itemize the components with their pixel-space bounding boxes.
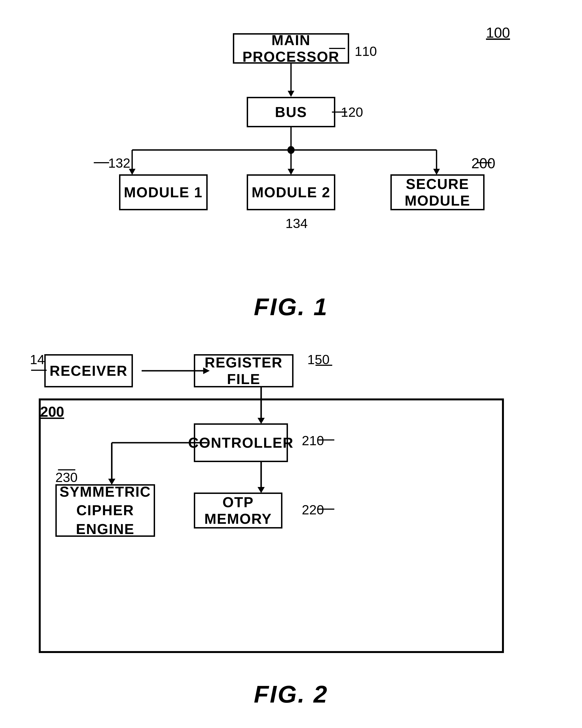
bus-box: BUS (247, 97, 335, 127)
ref-230: 230 (55, 470, 78, 485)
controller-box: CONTROLLER (194, 423, 288, 462)
ref-200-fig1: 200 (471, 155, 495, 172)
fig1-label: FIG. 1 (254, 293, 328, 321)
fig1-diagram: 100 MAIN PROCESSOR 110 BUS 120 MODULE 1 … (22, 17, 560, 321)
ref-110: 110 (355, 44, 377, 59)
svg-marker-8 (288, 169, 294, 175)
fig2-label: FIG. 2 (254, 680, 328, 708)
module1-box: MODULE 1 (119, 174, 208, 210)
ref-132: 132 (108, 156, 130, 171)
ref-220: 220 (302, 502, 324, 517)
svg-point-3 (287, 146, 295, 154)
page: 100 MAIN PROCESSOR 110 BUS 120 MODULE 1 … (0, 0, 582, 728)
ref-120: 120 (341, 105, 363, 120)
module2-box: MODULE 2 (247, 174, 335, 210)
secure-module-box: SECURE MODULE (390, 174, 484, 210)
sym-cipher-box: SYMMETRIC CIPHER ENGINE (55, 484, 155, 537)
register-file-box: REGISTER FILE (194, 354, 294, 387)
fig2-diagram: 140 150 RECEIVER REGISTER FILE 200 CONTR… (22, 338, 560, 711)
main-processor-box: MAIN PROCESSOR (233, 33, 349, 63)
ref-150: 150 (307, 352, 329, 367)
ref-134: 134 (285, 216, 308, 231)
otp-memory-box: OTP MEMORY (194, 493, 282, 528)
ref-210: 210 (302, 433, 324, 448)
ref-200-fig2: 200 (40, 404, 64, 420)
ref-100: 100 (486, 24, 510, 41)
receiver-box: RECEIVER (44, 354, 133, 387)
svg-marker-10 (433, 169, 440, 175)
svg-marker-1 (288, 91, 294, 97)
